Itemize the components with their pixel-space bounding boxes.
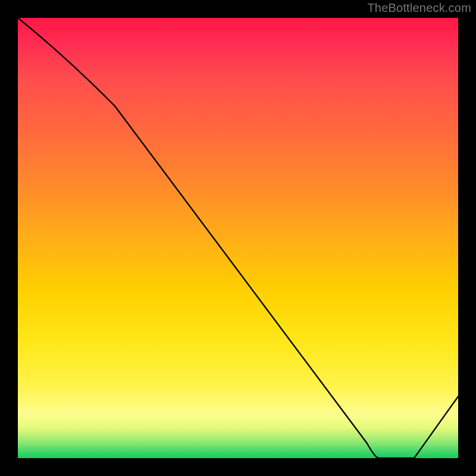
chart-frame: TheBottleneck.com: [0, 0, 476, 476]
attribution-text: TheBottleneck.com: [367, 1, 471, 15]
plot-area: [18, 18, 458, 458]
bottleneck-curve: [18, 18, 458, 458]
